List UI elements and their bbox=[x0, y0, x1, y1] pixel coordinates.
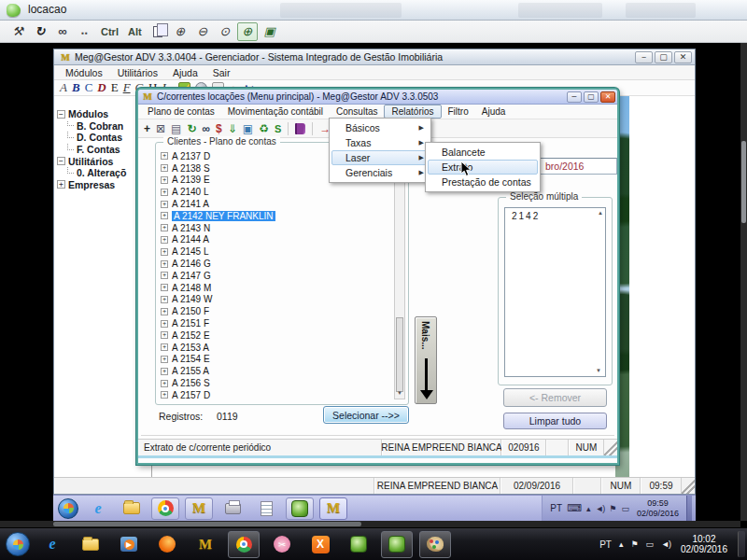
scroll-up-icon[interactable] bbox=[598, 210, 603, 216]
action-center-flag-icon[interactable] bbox=[630, 539, 638, 549]
expand-icon[interactable] bbox=[161, 380, 168, 387]
delete-icon[interactable] bbox=[156, 123, 165, 134]
vnc-horizontal-scrollbar[interactable] bbox=[0, 521, 740, 527]
remote-clock[interactable]: 09:59 02/09/2016 bbox=[634, 498, 682, 518]
ccorrentes-titlebar[interactable]: M C/correntes locações (Menu principal) … bbox=[138, 90, 617, 105]
client-item[interactable]: A 2154 E bbox=[161, 354, 391, 366]
menu-item-basicos[interactable]: Básicos bbox=[331, 120, 429, 135]
expand-icon[interactable] bbox=[161, 296, 168, 303]
zoom-region-icon[interactable] bbox=[237, 22, 258, 41]
client-item[interactable]: A 2149 W bbox=[161, 294, 391, 306]
limpar-tudo-button[interactable]: Limpar tudo bbox=[503, 413, 607, 429]
xampp-taskbar-icon[interactable] bbox=[304, 531, 336, 558]
show-desktop-button[interactable] bbox=[686, 496, 692, 521]
menu-utilitarios[interactable]: Utilitários bbox=[110, 67, 165, 78]
expand-icon[interactable] bbox=[161, 391, 168, 399]
vnc-vertical-scrollbar[interactable] bbox=[740, 43, 747, 521]
menu-item-balancete[interactable]: Balancete bbox=[428, 145, 538, 160]
letter-shortcut-f[interactable]: F bbox=[123, 80, 131, 95]
expand-icon[interactable] bbox=[57, 180, 65, 189]
client-item-selected[interactable]: A 2142 NEY FRANKLIN bbox=[161, 210, 391, 222]
expand-icon[interactable] bbox=[161, 343, 168, 351]
client-item[interactable]: A 2146 G bbox=[161, 258, 391, 270]
recycle-icon[interactable] bbox=[259, 123, 269, 134]
expand-icon[interactable] bbox=[161, 272, 168, 279]
selecao-listbox[interactable]: 2142 bbox=[504, 207, 606, 377]
resize-grip[interactable] bbox=[604, 440, 617, 455]
client-item[interactable]: A 2150 F bbox=[161, 305, 391, 317]
menu-relatorios[interactable]: Relatórios bbox=[384, 105, 441, 119]
megagestor-taskbar-icon[interactable] bbox=[190, 531, 221, 558]
megagestor-taskbar-icon[interactable] bbox=[185, 497, 213, 520]
refresh-icon[interactable] bbox=[187, 123, 196, 134]
ie-taskbar-icon[interactable] bbox=[36, 531, 68, 558]
paint-taskbar-icon[interactable] bbox=[419, 531, 451, 558]
gerenciador-titlebar[interactable]: M Meg@Gestor ADV 3.3.0404 - Gerenciador … bbox=[54, 49, 695, 65]
tray-expand-icon[interactable] bbox=[619, 539, 624, 549]
expand-icon[interactable] bbox=[161, 356, 168, 363]
expand-icon[interactable] bbox=[161, 320, 168, 328]
language-indicator[interactable]: PT bbox=[550, 503, 562, 513]
resize-grip[interactable] bbox=[682, 478, 695, 494]
client-item[interactable]: A 2140 L bbox=[161, 186, 391, 198]
firefox-taskbar-icon[interactable] bbox=[151, 531, 183, 558]
selecionar-button[interactable]: Selecionar -->> bbox=[323, 406, 409, 424]
keyboard-icon[interactable] bbox=[567, 502, 582, 514]
expand-icon[interactable] bbox=[161, 212, 168, 219]
menu-item-taxas[interactable]: Taxas bbox=[331, 135, 429, 150]
expand-icon[interactable] bbox=[161, 260, 168, 268]
collapse-icon[interactable] bbox=[57, 110, 65, 119]
client-item[interactable]: A 2145 L bbox=[161, 245, 391, 258]
scrollbar-thumb[interactable] bbox=[53, 522, 361, 526]
zoom-in-icon[interactable] bbox=[170, 22, 190, 41]
properties-icon[interactable] bbox=[171, 123, 181, 134]
zoom-reset-icon[interactable] bbox=[215, 22, 235, 41]
menu-ajuda[interactable]: Ajuda bbox=[475, 105, 513, 118]
expand-icon[interactable] bbox=[161, 224, 168, 231]
menu-plano-de-contas[interactable]: Plano de contas bbox=[141, 105, 221, 118]
vnc-taskbar-icon[interactable] bbox=[286, 497, 314, 520]
tools-icon[interactable] bbox=[7, 22, 28, 41]
remover-button[interactable]: <- Remover bbox=[503, 388, 607, 407]
display-icon[interactable] bbox=[621, 504, 629, 513]
expand-icon[interactable] bbox=[161, 152, 168, 160]
volume-icon[interactable] bbox=[661, 539, 670, 549]
scroll-down-icon[interactable] bbox=[395, 388, 404, 399]
copy-icon[interactable] bbox=[148, 22, 168, 41]
expand-icon[interactable] bbox=[161, 308, 168, 315]
binoculars-search-icon[interactable] bbox=[202, 123, 210, 134]
menu-filtro[interactable]: Filtro bbox=[442, 105, 475, 118]
menu-sair[interactable]: Sair bbox=[205, 67, 238, 78]
menu-movimentacao-contabil[interactable]: Movimentação contábil bbox=[221, 105, 330, 118]
scissors-tool-taskbar-icon[interactable] bbox=[266, 531, 298, 558]
menu-item-prestacao-de-contas[interactable]: Prestação de contas bbox=[428, 175, 538, 189]
expand-icon[interactable] bbox=[161, 236, 168, 244]
add-icon[interactable] bbox=[144, 123, 150, 134]
clients-scrollbar[interactable] bbox=[394, 150, 405, 399]
client-item[interactable]: A 2148 M bbox=[161, 282, 391, 294]
expand-icon[interactable] bbox=[161, 176, 168, 184]
expand-icon[interactable] bbox=[161, 248, 168, 256]
fullscreen-icon[interactable] bbox=[260, 22, 280, 41]
restore-button[interactable]: ▢ bbox=[584, 91, 599, 103]
help-book-icon[interactable] bbox=[295, 123, 305, 134]
binoculars-icon[interactable] bbox=[52, 22, 73, 41]
language-indicator[interactable]: PT bbox=[599, 539, 612, 550]
vnc-active-taskbar-icon[interactable] bbox=[381, 531, 413, 558]
minimize-button[interactable] bbox=[635, 51, 653, 63]
zoom-out-icon[interactable] bbox=[192, 22, 213, 41]
tray-expand-icon[interactable] bbox=[586, 504, 591, 513]
menu-item-gerenciais[interactable]: Gerenciais bbox=[331, 165, 429, 180]
maximize-button[interactable] bbox=[655, 51, 672, 63]
menu-item-laser[interactable]: Laser bbox=[331, 150, 429, 165]
expand-icon[interactable] bbox=[161, 164, 168, 172]
expand-icon[interactable] bbox=[161, 189, 168, 196]
ie-taskbar-icon[interactable] bbox=[84, 497, 112, 520]
menu-consultas[interactable]: Consultas bbox=[330, 105, 384, 118]
action-center-flag-icon[interactable] bbox=[609, 504, 616, 513]
selecao-item[interactable]: 2142 bbox=[505, 208, 605, 221]
currency-icon[interactable] bbox=[275, 123, 281, 134]
money-icon[interactable] bbox=[216, 123, 222, 134]
alt-button[interactable]: Alt bbox=[124, 22, 146, 41]
start-button[interactable] bbox=[58, 498, 78, 519]
